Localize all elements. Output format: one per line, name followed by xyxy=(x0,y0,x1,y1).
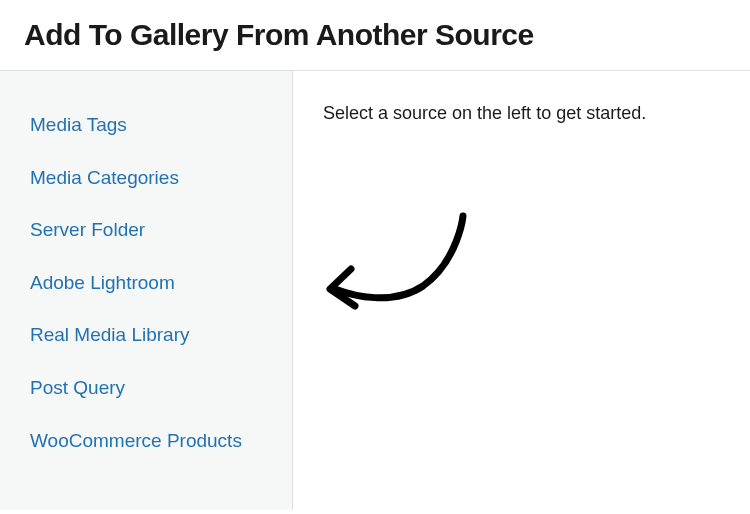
sidebar-item-label: Media Tags xyxy=(30,114,127,135)
sidebar-item-adobe-lightroom[interactable]: Adobe Lightroom xyxy=(30,257,282,310)
sidebar-item-server-folder[interactable]: Server Folder xyxy=(30,204,282,257)
content-area: Media Tags Media Categories Server Folde… xyxy=(0,71,750,510)
sidebar-item-label: Server Folder xyxy=(30,219,145,240)
sidebar-item-label: Post Query xyxy=(30,377,125,398)
sidebar-item-post-query[interactable]: Post Query xyxy=(30,362,282,415)
sidebar-item-woocommerce-products[interactable]: WooCommerce Products xyxy=(30,415,282,468)
sidebar-item-label: Real Media Library xyxy=(30,324,189,345)
sidebar-item-media-categories[interactable]: Media Categories xyxy=(30,152,282,205)
source-sidebar: Media Tags Media Categories Server Folde… xyxy=(0,71,293,510)
sidebar-item-label: Media Categories xyxy=(30,167,179,188)
sidebar-item-real-media-library[interactable]: Real Media Library xyxy=(30,309,282,362)
arrow-icon xyxy=(323,211,473,321)
sidebar-item-label: Adobe Lightroom xyxy=(30,272,175,293)
sidebar-item-media-tags[interactable]: Media Tags xyxy=(30,99,282,152)
main-panel: Select a source on the left to get start… xyxy=(293,71,750,510)
page-title: Add To Gallery From Another Source xyxy=(24,18,726,52)
sidebar-item-label: WooCommerce Products xyxy=(30,430,242,451)
dialog-header: Add To Gallery From Another Source xyxy=(0,0,750,71)
instruction-text: Select a source on the left to get start… xyxy=(323,103,720,124)
